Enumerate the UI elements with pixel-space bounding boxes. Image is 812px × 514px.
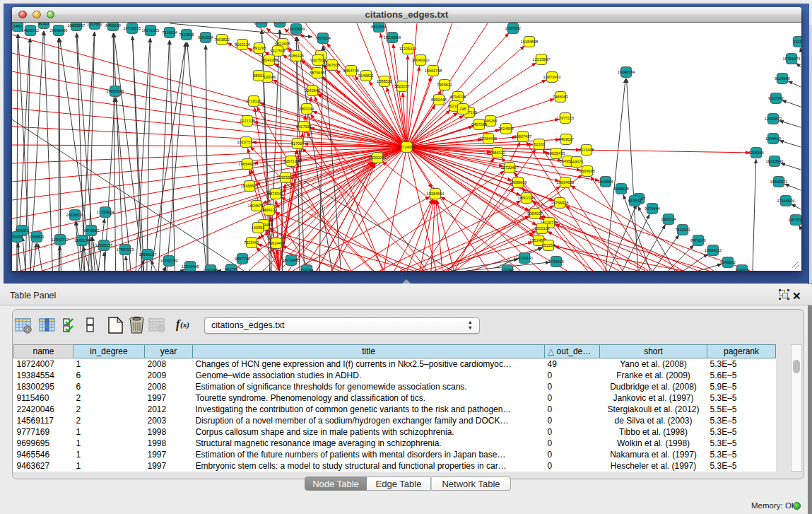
svg-text:15720407: 15720407: [501, 165, 519, 170]
svg-text:8878342: 8878342: [268, 192, 283, 196]
svg-text:1145194: 1145194: [74, 238, 89, 243]
svg-text:19654923: 19654923: [557, 180, 575, 185]
svg-text:1615132: 1615132: [534, 226, 550, 230]
svg-text:7857224: 7857224: [315, 36, 331, 40]
svg-text:16648784: 16648784: [618, 70, 635, 74]
svg-text:6497568: 6497568: [471, 122, 487, 127]
svg-text:9245652: 9245652: [720, 260, 736, 264]
svg-text:9227342: 9227342: [768, 96, 784, 100]
svg-text:10719155: 10719155: [124, 26, 141, 30]
svg-text:8471676: 8471676: [690, 238, 706, 243]
svg-text:9699695: 9699695: [579, 169, 595, 173]
svg-text:16543382: 16543382: [261, 58, 278, 62]
svg-text:8454749: 8454749: [343, 69, 359, 73]
svg-text:8427552: 8427552: [296, 124, 312, 129]
svg-text:3215956: 3215956: [748, 151, 764, 155]
svg-text:10973493: 10973493: [543, 75, 561, 79]
svg-text:7625402: 7625402: [244, 240, 259, 245]
svg-text:15692971: 15692971: [770, 180, 788, 184]
svg-text:1292345: 1292345: [203, 268, 218, 271]
svg-text:6466160: 6466160: [105, 23, 121, 28]
svg-text:16782759: 16782759: [160, 259, 178, 263]
svg-text:10688609: 10688609: [510, 180, 527, 185]
svg-text:2718120: 2718120: [246, 99, 261, 103]
svg-text:9975867: 9975867: [83, 228, 99, 233]
svg-text:11325419: 11325419: [399, 47, 416, 51]
svg-text:687543: 687543: [628, 199, 642, 203]
svg-text:17957223: 17957223: [117, 247, 134, 252]
svg-text:39159: 39159: [12, 235, 23, 239]
svg-text:1405: 1405: [13, 24, 22, 28]
svg-text:8990448: 8990448: [431, 98, 447, 102]
svg-text:19384554: 19384554: [427, 192, 445, 196]
svg-text:19218506: 19218506: [384, 35, 401, 40]
svg-text:25300293: 25300293: [369, 156, 387, 160]
svg-text:12093872: 12093872: [765, 117, 782, 121]
svg-text:891295: 891295: [253, 46, 266, 50]
svg-text:160339: 160339: [273, 23, 287, 24]
svg-text:945779: 945779: [225, 267, 238, 271]
svg-text:5822037: 5822037: [394, 84, 410, 88]
svg-text:20206536: 20206536: [66, 213, 84, 217]
svg-text:917004: 917004: [291, 141, 305, 146]
svg-text:15716485: 15716485: [283, 258, 300, 262]
svg-text:16033809: 16033809: [288, 27, 305, 31]
svg-text:11353594: 11353594: [277, 175, 294, 180]
svg-text:98901: 98901: [253, 74, 264, 78]
svg-text:9242848: 9242848: [305, 88, 320, 93]
svg-text:7986322: 7986322: [490, 151, 505, 155]
svg-text:7515524: 7515524: [162, 30, 177, 35]
svg-text:16961758: 16961758: [425, 69, 442, 73]
svg-text:12213967: 12213967: [533, 57, 551, 62]
svg-text:5875685: 5875685: [310, 71, 325, 75]
svg-text:173342: 173342: [501, 268, 514, 271]
svg-text:649575: 649575: [570, 160, 584, 164]
svg-text:19654923: 19654923: [239, 162, 257, 166]
svg-text:14055712: 14055712: [22, 28, 40, 33]
svg-text:157164: 157164: [300, 268, 314, 271]
svg-text:17016504: 17016504: [777, 199, 795, 203]
svg-text:12942737: 12942737: [52, 238, 69, 242]
svg-text:9129966: 9129966: [775, 76, 790, 81]
svg-text:12975115: 12975115: [557, 116, 574, 120]
svg-text:2935114: 2935114: [661, 217, 676, 221]
svg-text:16914479: 16914479: [268, 241, 286, 245]
svg-text:17359924: 17359924: [97, 210, 114, 214]
svg-text:16210643: 16210643: [766, 159, 784, 163]
svg-text:19166825: 19166825: [241, 184, 259, 188]
svg-text:2087682: 2087682: [505, 26, 521, 30]
svg-text:5822605: 5822605: [275, 42, 290, 46]
svg-text:10654112: 10654112: [705, 248, 722, 252]
svg-text:16640910: 16640910: [412, 58, 430, 62]
svg-text:9163354: 9163354: [198, 35, 213, 40]
svg-text:9457791: 9457791: [235, 257, 250, 261]
svg-text:16154808: 16154808: [521, 40, 539, 44]
svg-text:9463627: 9463627: [558, 137, 574, 141]
svg-text:8267130: 8267130: [283, 159, 299, 163]
svg-text:1244419: 1244419: [765, 136, 781, 141]
svg-text:9474444: 9474444: [645, 206, 660, 211]
svg-text:10958107: 10958107: [139, 252, 157, 257]
svg-text:18807249: 18807249: [518, 196, 536, 200]
svg-text:924565: 924565: [736, 268, 749, 271]
svg-text:9327508: 9327508: [310, 58, 326, 62]
svg-text:9327506: 9327506: [270, 49, 286, 53]
svg-text:20691406: 20691406: [50, 28, 68, 33]
svg-text:1327602: 1327602: [87, 23, 102, 26]
svg-text:1588520: 1588520: [377, 79, 392, 83]
svg-text:20364436: 20364436: [480, 136, 498, 141]
svg-text:160338: 160338: [255, 23, 269, 24]
svg-text:140994: 140994: [252, 226, 265, 230]
svg-text:7485063: 7485063: [553, 95, 568, 99]
svg-text:7663822: 7663822: [214, 37, 230, 42]
svg-text:10107554: 10107554: [237, 140, 255, 144]
svg-text:16671355: 16671355: [142, 28, 160, 33]
svg-text:11122: 11122: [794, 40, 801, 44]
svg-text:6794028: 6794028: [450, 95, 466, 99]
svg-text:1221338: 1221338: [240, 119, 255, 123]
svg-text:8813054: 8813054: [371, 25, 387, 29]
svg-text:7515525: 7515525: [179, 33, 194, 37]
svg-text:18724007: 18724007: [398, 145, 416, 149]
svg-text:245: 245: [459, 107, 466, 111]
svg-text:1640954: 1640954: [598, 180, 613, 184]
